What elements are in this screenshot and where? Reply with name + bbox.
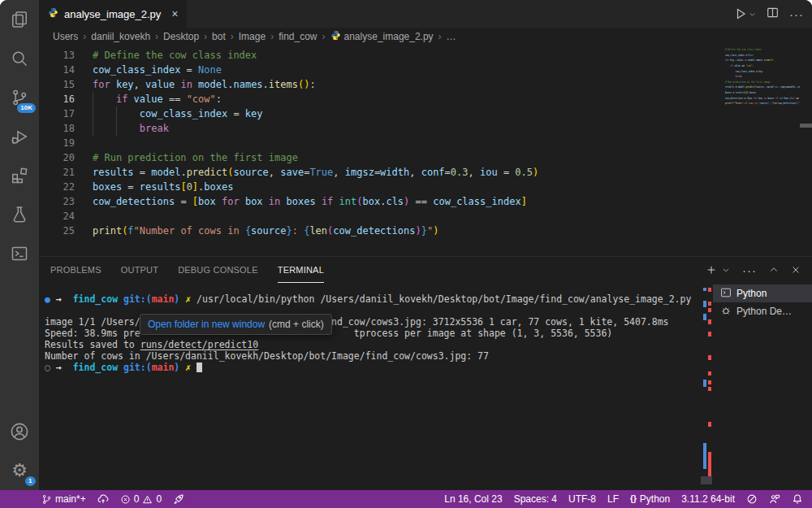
extensions-icon[interactable] [0,156,39,195]
terminal-line: Number of cows in /Users/daniil_kovekh/D… [45,350,710,362]
terminal-line: ● → find_cow git:(main) ✗ /usr/local/bin… [45,293,710,305]
code-line: 20# Run prediction on the first image [39,150,723,165]
code-editor[interactable]: 13# Define the cow class index14cow_clas… [39,46,812,256]
settings-gear-icon[interactable]: ⚙ 1 [0,451,39,490]
tooltip-link-text[interactable]: Open folder in new window [148,319,265,330]
breadcrumb-item[interactable]: bot [212,31,226,42]
tab-close-icon[interactable]: × [171,8,178,20]
notifications-item[interactable] [786,490,809,508]
code-line: 19 [39,136,723,150]
status-bar-right: Ln 16, Col 23 Spaces: 4 UTF-8 LF {} Pyth… [438,490,812,508]
encoding-item[interactable]: UTF-8 [563,490,602,508]
error-icon [120,494,131,505]
breadcrumb-separator: › [231,31,234,42]
breadcrumb-separator: › [204,31,207,42]
line-number: 21 [39,165,75,180]
terminal-activity-icon[interactable] [0,234,39,273]
code-line: 13# Define the cow class index [39,48,723,63]
breadcrumb-item[interactable]: Desktop [163,31,199,42]
line-number: 16 [39,92,75,106]
scroll-decoration-mark [708,332,711,336]
language-mode-item[interactable]: {} Python [624,490,676,508]
more-actions-icon[interactable]: ··· [789,7,804,21]
cursor-position-item[interactable]: Ln 16, Col 23 [438,490,508,508]
code-line: 23cow_detections = [box for box in boxes… [39,194,723,209]
close-panel-icon[interactable] [791,265,801,275]
breadcrumb-separator: › [83,31,86,42]
scroll-decoration-mark [703,380,706,387]
rocket-icon [173,493,184,505]
interpreter-item[interactable]: 3.11.2 64-bit [676,490,741,508]
problems-status-item[interactable]: 0 0 [114,490,167,508]
panel-tab-output[interactable]: OUTPUT [121,257,158,283]
scroll-decoration-mark [708,308,711,312]
publish-status-item[interactable] [92,490,114,508]
do-not-disturb-icon [746,493,758,505]
indent-guide [93,92,93,136]
panel-tab-problems[interactable]: PROBLEMS [50,257,102,283]
run-dropdown-icon[interactable] [749,11,756,18]
breadcrumb-separator: › [438,31,442,42]
search-icon[interactable] [0,39,39,78]
breadcrumb-item[interactable]: … [447,31,456,42]
breadcrumb-item[interactable]: Image [239,31,266,42]
breadcrumb-item[interactable]: daniil_kovekh [91,31,150,42]
panel-more-icon[interactable]: ··· [742,263,757,277]
tab-analyse-image-2[interactable]: analyse_image_2.py × [39,0,187,28]
terminal-link[interactable]: runs/detect/predict10 [140,339,258,350]
notifications-bell-icon [792,493,803,505]
scroll-decoration-mark [703,301,706,307]
editor-actions: ··· [734,0,804,28]
panel-tab-debug-console[interactable]: DEBUG CONSOLE [178,257,258,283]
feedback-item[interactable] [763,490,786,508]
maximize-panel-icon[interactable] [769,265,779,275]
scrollbar-thumb[interactable] [800,124,812,128]
feedback-icon [769,493,780,505]
breadcrumb-item[interactable]: Users [53,31,78,42]
terminal-picker-chevron-icon[interactable] [722,266,730,274]
source-control-icon[interactable]: 10K [0,78,39,117]
bottom-panel: PROBLEMSOUTPUTDEBUG CONSOLETERMINAL ··· … [39,256,812,490]
python-file-icon [48,7,58,20]
minimap[interactable]: # Define the cow class indexcow_class_in… [725,47,800,143]
tab-title: analyse_image_2.py [64,8,161,20]
breadcrumb[interactable]: Users›daniil_kovekh›Desktop›bot›Image›fi… [39,28,812,46]
do-not-disturb-item[interactable] [741,490,763,508]
scroll-decoration-mark [701,476,712,484]
terminal-list-item-python-de-[interactable]: Python De… [713,302,812,320]
vscode-window: 10K ⚙ 1 analyse_image_2.py × [0,0,812,508]
line-number: 24 [39,209,75,224]
code-line: 15for key, value in model.names.items(): [39,77,723,92]
terminal-list-item-python[interactable]: Python [713,284,812,302]
split-editor-icon[interactable] [767,7,779,22]
launch-status-item[interactable] [167,490,190,508]
indentation-item[interactable]: Spaces: 4 [508,490,563,508]
eol-item[interactable]: LF [602,490,624,508]
explorer-icon[interactable] [0,0,39,39]
language-mode-icon: {} [630,495,637,503]
activity-bar: 10K ⚙ 1 [0,0,39,490]
python-file-icon [330,30,341,43]
line-number: 17 [39,106,75,121]
line-number: 20 [39,150,75,165]
testing-icon[interactable] [0,195,39,234]
terminal-icon [720,287,732,301]
line-number: 18 [39,121,75,136]
code-line: 25print(f"Number of cows in {source}: {l… [39,224,723,238]
run-button[interactable] [734,7,756,20]
breadcrumb-item[interactable]: analyse_image_2.py [330,30,434,43]
terminal-cursor [197,363,202,372]
link-tooltip: Open folder in new window (cmd + click) [140,314,332,335]
account-icon[interactable] [0,412,39,451]
breadcrumb-item[interactable]: find_cow [279,31,317,42]
warning-count: 0 [156,493,162,505]
new-terminal-icon[interactable] [706,264,717,276]
run-and-debug-icon[interactable] [0,117,39,156]
line-number: 13 [39,48,75,63]
branch-status-item[interactable]: main*+ [36,490,92,508]
publish-cloud-icon [97,493,109,505]
indent-guide [116,106,117,136]
panel-tab-terminal[interactable]: TERMINAL [278,257,324,283]
scroll-decoration-mark [703,314,706,320]
scroll-decoration-mark [708,371,711,376]
